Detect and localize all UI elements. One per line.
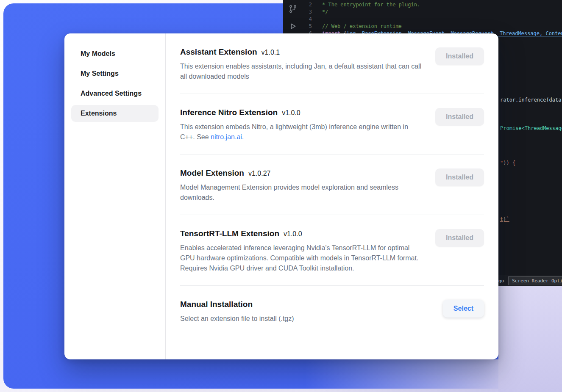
extension-item: Manual Installation Select an extension … (180, 286, 484, 336)
extension-info: Assistant Extension v1.0.1 This extensio… (180, 47, 424, 82)
extension-item: Inference Nitro Extension v1.0.0 This ex… (180, 94, 484, 155)
code-line: 2 * The entrypoint for the plugin. (283, 1, 562, 8)
code-line: 3 */ (283, 8, 562, 16)
select-file-button[interactable]: Select (443, 300, 484, 317)
bottom-gradient-fade (305, 359, 498, 392)
code-fragment: Promise<ThreadMessage> (500, 125, 562, 131)
extension-info: Model Extension v1.0.27 Model Management… (180, 168, 424, 203)
nav-item-extensions[interactable]: Extensions (71, 105, 159, 122)
extension-info: TensortRT-LLM Extension v1.0.0 Enables a… (180, 229, 424, 273)
settings-nav: My Models My Settings Advanced Settings … (64, 33, 166, 359)
extension-version: v1.0.1 (262, 49, 280, 56)
nav-item-my-settings[interactable]: My Settings (71, 65, 159, 82)
code-fragment: rator.inference(data)); (500, 97, 562, 103)
extension-description: This extension embeds Nitro, a lightweig… (180, 122, 424, 142)
code-lines: 2 * The entrypoint for the plugin. 3 */ … (283, 0, 562, 37)
installed-button-nitro[interactable]: Installed (435, 108, 484, 126)
nitro-link[interactable]: nitro.jan.ai. (211, 133, 244, 141)
status-text: go (498, 278, 504, 284)
run-debug-icon (289, 22, 297, 32)
extension-title: Assistant Extension (180, 47, 257, 57)
extension-title: Model Extension (180, 168, 244, 178)
settings-modal: My Models My Settings Advanced Settings … (64, 33, 498, 359)
source-control-icon (289, 5, 297, 14)
extension-description: Model Management Extension provides mode… (180, 182, 424, 203)
extension-description: This extension enables assistants, inclu… (180, 61, 424, 82)
lavender-gradient (498, 286, 562, 392)
extension-info: Manual Installation Select an extension … (180, 300, 424, 324)
code-line: 4 (283, 16, 562, 23)
extension-item: Assistant Extension v1.0.1 This extensio… (180, 33, 484, 94)
extension-title: TensortRT-LLM Extension (180, 229, 279, 238)
extension-version: v1.0.0 (284, 230, 302, 238)
extension-item: TensortRT-LLM Extension v1.0.0 Enables a… (180, 215, 484, 286)
extension-version: v1.0.27 (248, 170, 270, 177)
code-fragment: ")) { (500, 160, 515, 166)
extension-description: Select an extension file to install (.tg… (180, 314, 424, 324)
installed-button-tensorrt[interactable]: Installed (435, 229, 484, 247)
nav-item-advanced-settings[interactable]: Advanced Settings (71, 85, 159, 102)
installed-button-model[interactable]: Installed (435, 168, 484, 186)
extension-title: Inference Nitro Extension (180, 108, 278, 117)
extension-item: Model Extension v1.0.27 Model Management… (180, 155, 484, 215)
code-comment: */ (322, 8, 328, 16)
extensions-list: Assistant Extension v1.0.1 This extensio… (166, 33, 498, 359)
installed-button-assistant[interactable]: Installed (435, 47, 484, 65)
desktop-background: 2 * The entrypoint for the plugin. 3 */ … (0, 0, 562, 392)
code-line: 5 // Web / extension runtime (283, 23, 562, 30)
extension-version: v1.0.0 (282, 109, 300, 117)
code-comment: * The entrypoint for the plugin. (322, 1, 420, 8)
extension-description: Enables accelerated inference leveraging… (180, 243, 424, 273)
extension-title: Manual Installation (180, 300, 253, 309)
extension-info: Inference Nitro Extension v1.0.0 This ex… (180, 108, 424, 142)
screen-reader-notice: Screen Reader Optimize (508, 276, 562, 285)
nav-item-my-models[interactable]: My Models (71, 45, 159, 62)
code-comment: // Web / extension runtime (322, 23, 402, 30)
code-fragment: t}` (500, 216, 509, 222)
